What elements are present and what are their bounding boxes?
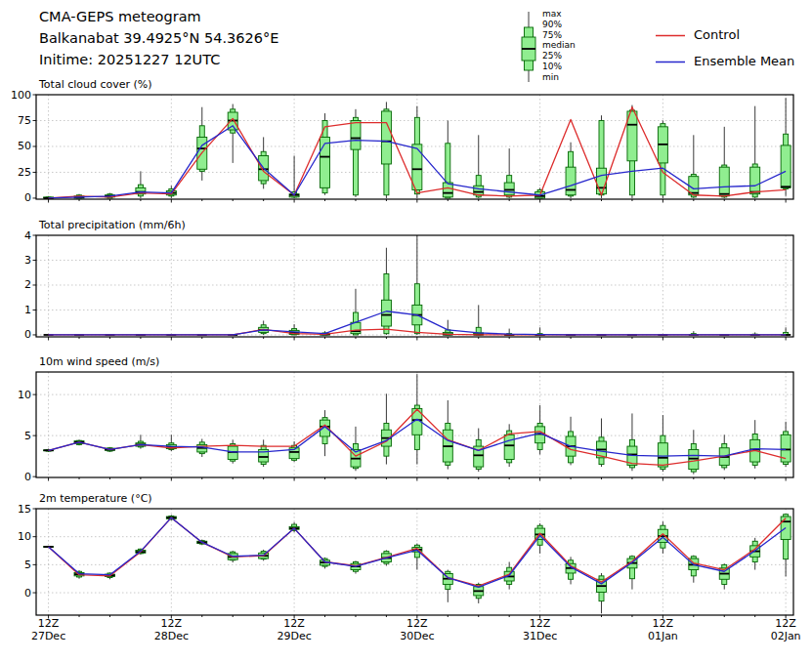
box-whisker [228,551,237,562]
box-whisker [535,405,545,454]
control-line [49,517,787,586]
box-whisker [228,104,237,163]
box-whisker [166,186,176,198]
control-line [49,329,787,335]
legend-box-label: median [542,40,576,50]
box-whisker [412,235,422,335]
box-whisker [197,107,207,181]
box-whisker [259,550,269,560]
box-whisker [566,143,576,198]
box-whisker [750,106,760,198]
box-whisker [136,549,146,555]
y-tick-label: 10 [0,389,31,401]
box-whisker [321,113,330,195]
y-tick-label: 0 [0,328,31,341]
box-whisker [321,410,330,456]
box-whisker [412,106,422,198]
y-tick-label: 2 [0,278,31,291]
box-whisker [474,583,484,603]
panel-title-temp: 2m temperature (°C) [39,492,152,505]
x-tick-label: 12Z27Dec [18,618,80,642]
box-whisker [689,430,699,474]
panel-border [36,235,793,337]
panel-cloud [33,95,794,203]
box-whisker [44,449,54,452]
legend-box-label: 10% [542,62,562,71]
box-whisker [197,438,207,456]
box-whisker [166,434,176,451]
legend-label-control: Control [694,27,740,42]
box-whisker [44,196,54,198]
box-whisker [289,441,299,462]
y-tick-label: 10 [0,530,31,543]
panel-title-precip: Total precipitation (mm/6h) [39,219,186,231]
box-whisker [259,439,269,467]
box-whisker [566,557,576,584]
box-whisker [504,562,514,590]
station-location: Balkanabat 39.4925°N 54.3626°E [39,27,278,49]
axis-ticks [33,95,787,203]
box-whisker [596,115,606,198]
legend-box-label: max [542,9,562,19]
box-whisker [259,320,269,335]
gridlines [36,95,793,199]
y-tick-label: 0 [0,191,31,204]
x-tick-date: 31Dec [509,631,572,643]
header: CMA-GEPS meteogram Balkanabat 39.4925°N … [39,6,278,70]
chart-title: CMA-GEPS meteogram [39,6,278,27]
gridlines [36,235,793,337]
box-whisker [781,98,791,196]
box-whisker [658,521,667,554]
gridlines [36,372,793,477]
y-tick-label: 0 [0,587,31,600]
x-tick-date: 02Jan [754,631,812,643]
axis-ticks [33,509,787,619]
box-whisker [136,434,146,448]
ensemble-mean-line [49,126,787,198]
x-tick-label: 12Z02Jan [754,618,812,642]
box-whisker [166,515,176,520]
y-tick-label: 4 [0,229,31,242]
panel-precip [33,235,794,341]
control-line [49,107,787,198]
box-whisker [44,546,54,547]
y-tick-label: 25 [0,166,31,179]
x-tick-date: 01Jan [631,631,694,643]
box-whisker [627,556,637,590]
box-whisker [381,248,391,335]
panel-border [36,372,793,477]
legend-box-glyph [522,12,535,82]
box-whisker [750,332,760,335]
box-whisker [535,187,545,198]
y-tick-label: 15 [0,503,31,516]
box-whisker [289,324,299,335]
box-whisker [105,572,114,579]
box-whisker [443,120,452,197]
legend-label-ensemble-mean: Ensemble Mean [694,54,794,68]
x-tick-date: 30Dec [386,631,449,643]
x-tick-date: 28Dec [140,631,202,643]
box-whisker [596,418,606,467]
panel-temp [33,509,794,619]
box-whisker [719,127,729,198]
box-whisker [658,120,667,197]
x-tick-label: 12Z01Jan [631,618,694,642]
box-whisker [689,556,699,583]
x-tick-date: 27Dec [18,631,80,643]
ensemble-mean-line [49,419,787,456]
y-tick-label: 3 [0,254,31,267]
box-whisker [658,415,667,472]
box-whisker [136,171,146,198]
box-whisker [474,305,484,335]
box-whisker [719,563,729,589]
x-tick-label: 12Z30Dec [386,618,449,642]
control-line [49,409,787,465]
box-whisker [627,413,637,471]
panel-border [36,95,793,199]
box-whisker [566,417,576,466]
box-whisker [443,400,452,470]
box-whisker [74,439,84,445]
box-whisker [781,514,791,576]
x-tick-label: 12Z29Dec [263,618,325,642]
box-whisker [412,544,422,570]
